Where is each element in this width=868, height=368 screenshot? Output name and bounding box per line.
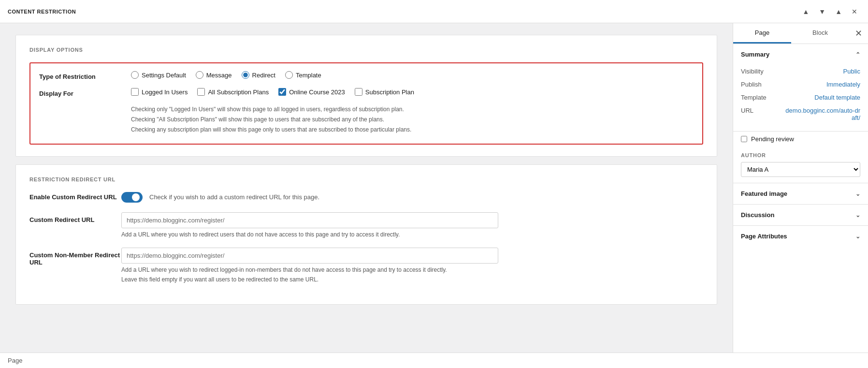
radio-settings-default-label: Settings Default bbox=[142, 72, 186, 79]
discussion-chevron-icon: ⌄ bbox=[855, 212, 860, 219]
checkbox-subscription-plan-label: Subscription Plan bbox=[365, 88, 414, 96]
help-text-1: Checking only "Logged In Users" will sho… bbox=[131, 105, 694, 114]
summary-key-publish: Publish bbox=[741, 81, 762, 88]
right-sidebar: Page Block ✕ Summary ⌃ Visibility Public… bbox=[733, 23, 868, 353]
summary-content: Visibility Public Publish Immediately Te… bbox=[733, 65, 868, 131]
custom-redirect-url-label: Custom Redirect URL bbox=[29, 212, 121, 223]
discussion-header[interactable]: Discussion ⌄ bbox=[733, 204, 868, 225]
radio-redirect-label: Redirect bbox=[252, 72, 275, 79]
enable-custom-redirect-desc: Check if you wish to add a custom redire… bbox=[149, 193, 319, 201]
custom-non-member-redirect-url-label: Custom Non-Member Redirect URL bbox=[29, 248, 121, 266]
enable-custom-redirect-row: Enable Custom Redirect URL Check if you … bbox=[29, 192, 703, 203]
summary-section-header[interactable]: Summary ⌃ bbox=[733, 44, 868, 65]
author-label: AUTHOR bbox=[741, 152, 860, 158]
pending-review-row: Pending review bbox=[733, 132, 868, 147]
featured-image-header[interactable]: Featured image ⌄ bbox=[733, 183, 868, 204]
pending-review-label[interactable]: Pending review bbox=[751, 135, 794, 143]
bottom-bar-label: Page bbox=[8, 357, 22, 364]
toggle-button[interactable]: ▲ bbox=[832, 6, 845, 17]
discussion-label: Discussion bbox=[741, 211, 774, 219]
author-select[interactable]: Maria A bbox=[741, 162, 860, 177]
custom-redirect-url-inner: Custom Redirect URL Add a URL where you … bbox=[29, 212, 703, 238]
custom-redirect-url-content: Add a URL where you wish to redirect use… bbox=[121, 212, 703, 238]
page-attributes-label: Page Attributes bbox=[741, 233, 787, 240]
sidebar-close-button[interactable]: ✕ bbox=[849, 24, 868, 43]
checkbox-all-subscription-plans-label: All Subscription Plans bbox=[208, 88, 269, 96]
featured-image-chevron-icon: ⌄ bbox=[855, 191, 860, 197]
display-for-options: Logged In Users All Subscription Plans O… bbox=[131, 88, 694, 96]
help-text-3: Checking any subscription plan will show… bbox=[131, 125, 694, 134]
radio-redirect[interactable]: Redirect bbox=[242, 71, 275, 79]
type-of-restriction-label: Type of Restriction bbox=[39, 71, 131, 80]
type-of-restriction-row: Type of Restriction Settings Default Mes… bbox=[39, 71, 694, 80]
custom-non-member-redirect-url-input[interactable] bbox=[121, 248, 498, 264]
summary-val-url[interactable]: demo.bogginc.com/auto-draft/ bbox=[783, 107, 860, 121]
close-panel-button[interactable]: ✕ bbox=[849, 6, 860, 17]
page-attributes-header[interactable]: Page Attributes ⌄ bbox=[733, 225, 868, 247]
checkbox-subscription-plan-input[interactable] bbox=[355, 88, 362, 96]
custom-non-member-redirect-url-help-1: Add a URL where you wish to redirect log… bbox=[121, 266, 703, 273]
enable-custom-redirect-content: Check if you wish to add a custom redire… bbox=[121, 192, 319, 203]
radio-settings-default-input[interactable] bbox=[131, 71, 139, 79]
custom-non-member-redirect-url-row: Custom Non-Member Redirect URL Add a URL… bbox=[29, 248, 703, 283]
summary-row-visibility: Visibility Public bbox=[741, 65, 860, 78]
checkbox-logged-in-users-input[interactable] bbox=[131, 88, 139, 96]
display-for-row: Display For Logged In Users All Subscrip… bbox=[39, 88, 694, 97]
custom-redirect-url-help: Add a URL where you wish to redirect use… bbox=[121, 231, 703, 238]
enable-custom-redirect-toggle[interactable] bbox=[121, 192, 143, 203]
move-up-button[interactable]: ▲ bbox=[799, 6, 812, 17]
display-options-label: DISPLAY OPTIONS bbox=[29, 47, 703, 53]
display-options-section: DISPLAY OPTIONS Type of Restriction Sett… bbox=[15, 35, 717, 157]
summary-row-template: Template Default template bbox=[741, 91, 860, 104]
bottom-bar: Page bbox=[0, 353, 868, 368]
pending-review-checkbox[interactable] bbox=[741, 136, 747, 142]
radio-template-label: Template bbox=[296, 72, 321, 79]
layout: DISPLAY OPTIONS Type of Restriction Sett… bbox=[0, 23, 868, 353]
checkbox-logged-in-users[interactable]: Logged In Users bbox=[131, 88, 188, 96]
top-bar: CONTENT RESTRICTION ▲ ▼ ▲ ✕ bbox=[0, 0, 868, 23]
summary-val-template[interactable]: Default template bbox=[814, 94, 860, 101]
page-attributes-chevron-icon: ⌄ bbox=[855, 233, 860, 240]
radio-settings-default[interactable]: Settings Default bbox=[131, 71, 186, 79]
type-of-restriction-options: Settings Default Message Redirect T bbox=[131, 71, 694, 79]
redirect-url-label: RESTRICTION REDIRECT URL bbox=[29, 177, 703, 182]
checkbox-subscription-plan[interactable]: Subscription Plan bbox=[355, 88, 414, 96]
checkbox-online-course-2023-input[interactable] bbox=[278, 88, 286, 96]
display-for-help-texts: Checking only "Logged In Users" will sho… bbox=[39, 105, 694, 135]
help-text-2: Checking "All Subscription Plans" will s… bbox=[131, 115, 694, 124]
radio-message-input[interactable] bbox=[196, 71, 203, 79]
summary-val-visibility[interactable]: Public bbox=[843, 68, 860, 75]
checkbox-all-subscription-plans-input[interactable] bbox=[197, 88, 205, 96]
summary-title: Summary bbox=[741, 51, 769, 58]
radio-message-label: Message bbox=[206, 72, 232, 79]
radio-message[interactable]: Message bbox=[196, 71, 232, 79]
summary-val-publish[interactable]: Immediately bbox=[826, 81, 860, 88]
custom-non-member-redirect-url-help-2: Leave this field empty if you want all u… bbox=[121, 276, 703, 283]
summary-section: Summary ⌃ Visibility Public Publish Imme… bbox=[733, 44, 868, 132]
tab-block[interactable]: Block bbox=[791, 23, 849, 44]
restriction-box: Type of Restriction Settings Default Mes… bbox=[29, 62, 703, 145]
tab-page[interactable]: Page bbox=[733, 23, 791, 44]
summary-row-url: URL demo.bogginc.com/auto-draft/ bbox=[741, 104, 860, 124]
featured-image-label: Featured image bbox=[741, 190, 787, 197]
redirect-url-section: RESTRICTION REDIRECT URL Enable Custom R… bbox=[15, 164, 717, 305]
author-section: AUTHOR Maria A bbox=[733, 147, 868, 183]
radio-redirect-input[interactable] bbox=[242, 71, 249, 79]
summary-key-url: URL bbox=[741, 107, 753, 114]
summary-key-template: Template bbox=[741, 94, 767, 101]
custom-redirect-url-input[interactable] bbox=[121, 212, 498, 228]
summary-chevron-icon: ⌃ bbox=[855, 51, 860, 58]
checkbox-online-course-2023-label: Online Course 2023 bbox=[289, 88, 345, 96]
help-text-block: Checking only "Logged In Users" will sho… bbox=[131, 105, 694, 135]
radio-template-input[interactable] bbox=[285, 71, 293, 79]
checkbox-logged-in-users-label: Logged In Users bbox=[142, 88, 188, 96]
move-down-button[interactable]: ▼ bbox=[816, 6, 828, 17]
custom-non-member-redirect-url-inner: Custom Non-Member Redirect URL Add a URL… bbox=[29, 248, 703, 283]
custom-non-member-redirect-url-content: Add a URL where you wish to redirect log… bbox=[121, 248, 703, 283]
sidebar-tabs: Page Block ✕ bbox=[733, 23, 868, 44]
panel-title: CONTENT RESTRICTION bbox=[8, 9, 76, 15]
enable-custom-redirect-label: Enable Custom Redirect URL bbox=[29, 193, 121, 201]
checkbox-online-course-2023[interactable]: Online Course 2023 bbox=[278, 88, 345, 96]
checkbox-all-subscription-plans[interactable]: All Subscription Plans bbox=[197, 88, 269, 96]
radio-template[interactable]: Template bbox=[285, 71, 321, 79]
